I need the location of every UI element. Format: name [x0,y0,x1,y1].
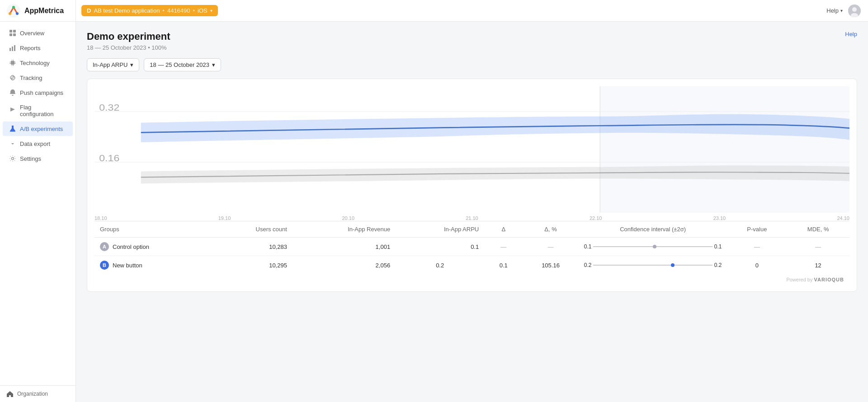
svg-rect-10 [14,45,15,51]
organization-label: Organization [17,391,48,397]
chart-area: 0.32 0.16 [94,86,849,213]
group-a-mde: — [787,238,849,256]
group-a-pvalue: — [727,238,787,256]
flask-icon [9,125,16,132]
link-icon [9,74,16,81]
svg-rect-17 [9,63,11,64]
svg-point-3 [12,6,15,9]
date-filter-label: 18 — 25 October 2023 [150,61,209,68]
group-a-confidence: 0.1 0.1 [579,238,727,256]
user-avatar[interactable] [848,5,861,17]
x-label-3: 21.10 [466,215,478,221]
x-label-1: 19.10 [218,215,231,221]
svg-point-1 [9,12,11,15]
app-platform: iOS [198,7,208,14]
sidebar-item-settings-label: Settings [20,155,41,162]
col-revenue: In-App Revenue [292,221,396,238]
conf-bar-a [593,246,712,247]
col-arpu: In-App ARPU [396,221,484,238]
app-id: 4416490 [167,7,190,14]
metric-filter-button[interactable]: In-App ARPU ▾ [87,58,139,71]
main-content: Demo experiment 18 — 25 October 2023 • 1… [76,22,868,402]
filters-bar: In-App ARPU ▾ 18 — 25 October 2023 ▾ [87,58,857,71]
app-separator2: • [193,7,195,14]
grid-icon [9,29,16,37]
help-button[interactable]: Help ▾ [826,7,843,14]
svg-rect-14 [12,65,12,66]
sidebar-logo: AppMetrica [0,0,75,22]
cpu-icon [9,59,16,66]
page-subtitle: 18 — 25 October 2023 • 100% [87,44,170,51]
sidebar: AppMetrica Overview Reports Technology T… [0,0,76,402]
app-logo-text: AppMetrica [24,7,64,15]
topbar-right: Help ▾ [826,5,861,17]
date-filter-button[interactable]: 18 — 25 October 2023 ▾ [144,58,221,71]
sidebar-item-data-export[interactable]: Data export [3,136,73,151]
experiment-table: Groups Users count In-App Revenue In-App… [94,221,849,274]
group-a-delta-pct: — [523,238,578,256]
sidebar-item-technology[interactable]: Technology [3,56,73,70]
sidebar-item-data-export-label: Data export [20,140,50,147]
app-selector[interactable]: D AB test Demo application • 4416490 • i… [81,5,218,16]
svg-rect-4 [9,30,12,33]
sidebar-item-settings[interactable]: Settings [3,151,73,166]
settings-icon [9,155,16,162]
svg-rect-6 [9,33,12,36]
group-b-users: 10,295 [211,256,292,275]
sidebar-item-overview[interactable]: Overview [3,26,73,40]
svg-rect-16 [9,62,11,62]
sidebar-item-flag-configuration-label: Flag configuration [20,104,66,117]
x-label-2: 20.10 [342,215,354,221]
x-label-0: 18.10 [94,215,107,221]
chart-svg: 0.32 0.16 [94,86,849,213]
table-row: A Control option 10,283 1,001 0.1 — — 0.… [94,238,849,256]
bell-icon [9,89,16,96]
group-b-pvalue: 0 [727,256,787,275]
bar-chart-icon [9,44,16,51]
page-header: Demo experiment 18 — 25 October 2023 • 1… [87,31,857,51]
group-b-mde: 12 [787,256,849,275]
sidebar-organization[interactable]: Organization [0,385,75,402]
sidebar-item-flag-configuration[interactable]: Flag configuration [3,100,73,121]
table-row: B New button 10,295 2,056 0.2 0.1 105.16… [94,256,849,275]
group-b-confidence: 0.2 0.2 [579,256,727,275]
col-delta: Δ [484,221,523,238]
main-wrapper: D AB test Demo application • 4416490 • i… [76,0,868,402]
sidebar-item-reports-label: Reports [20,45,41,51]
app-separator: • [162,7,165,14]
help-chevron-icon: ▾ [840,8,843,13]
flag-icon [9,107,16,114]
app-badge-letter: D [87,7,91,14]
chevron-down-icon: ▾ [210,8,212,13]
svg-text:0.32: 0.32 [99,103,119,113]
chart-table-container: 0.32 0.16 18.10 19.10 20.10 21.10 [87,79,857,292]
col-delta-pct: Δ, % [523,221,578,238]
sidebar-item-technology-label: Technology [20,60,50,66]
download-icon [9,140,16,147]
date-filter-chevron-icon: ▾ [212,61,215,68]
x-label-5: 23.10 [713,215,726,221]
svg-rect-11 [11,61,14,65]
group-b-delta: 0.1 [484,256,523,275]
sidebar-item-ab-experiments[interactable]: A/B experiments [3,122,73,136]
sidebar-item-push-campaigns[interactable]: Push campaigns [3,85,73,100]
group-b-revenue: 2,056 [292,256,396,275]
home-icon [6,390,14,397]
svg-point-2 [16,12,19,15]
sidebar-item-reports[interactable]: Reports [3,41,73,55]
group-a-name: A Control option [94,238,211,256]
page-header-left: Demo experiment 18 — 25 October 2023 • 1… [87,31,170,51]
page-title: Demo experiment [87,31,170,42]
svg-rect-7 [13,33,16,36]
sidebar-item-push-campaigns-label: Push campaigns [20,89,63,96]
col-confidence: Confidence interval (±2σ) [579,221,727,238]
group-b-badge: B [100,261,109,270]
svg-rect-8 [9,48,11,51]
sidebar-item-tracking-label: Tracking [20,75,42,81]
sidebar-item-tracking[interactable]: Tracking [3,70,73,85]
svg-text:0.16: 0.16 [99,154,119,164]
page-help-link[interactable]: Help [845,31,857,37]
group-a-revenue: 1,001 [292,238,396,256]
col-pvalue: P-value [727,221,787,238]
svg-rect-25 [600,86,849,213]
